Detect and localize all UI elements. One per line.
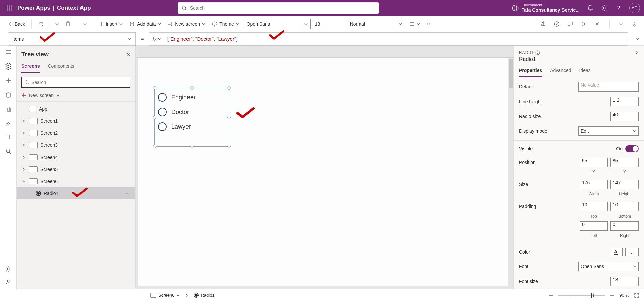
font-size-input[interactable]: 13 (312, 19, 345, 29)
radio-option[interactable]: Doctor (158, 108, 226, 116)
comments-icon[interactable] (567, 21, 573, 27)
new-screen-link[interactable]: New screen (17, 91, 135, 102)
overflow-button[interactable] (424, 20, 435, 28)
tab-advanced[interactable]: Advanced (550, 66, 571, 77)
power-automate-icon[interactable] (5, 120, 11, 126)
prop-default-input[interactable]: No value (578, 82, 639, 92)
breadcrumb-control[interactable]: Radio1 (191, 292, 217, 298)
radio-option[interactable]: Lawyer (158, 122, 226, 131)
search-icon (24, 80, 29, 85)
prop-size-width[interactable]: 176 (580, 180, 608, 189)
close-icon[interactable] (126, 52, 131, 57)
theme-button[interactable]: Theme (209, 20, 242, 28)
prop-padding-right[interactable]: 0 (610, 221, 639, 231)
palette-icon (212, 21, 217, 27)
prop-font-color[interactable] (609, 248, 623, 256)
media-pane-icon[interactable] (5, 106, 11, 112)
tab-components[interactable]: Components (48, 61, 74, 73)
font-weight-select[interactable]: Normal (347, 19, 405, 29)
waffle-icon[interactable] (4, 5, 15, 11)
formula-bar[interactable]: fx ["Engineer", "Doctor", "Lawyer"] (149, 32, 628, 46)
chevron-down-icon (119, 22, 123, 26)
property-selector[interactable]: Items (8, 32, 136, 46)
tree-search[interactable] (21, 77, 130, 88)
settings-pane-icon[interactable] (5, 266, 11, 272)
tab-properties[interactable]: Properties (519, 66, 542, 77)
tree-view-icon[interactable] (5, 63, 12, 70)
zoom-slider[interactable] (558, 295, 605, 296)
prop-display-mode-select[interactable]: Edit (578, 126, 639, 136)
prop-font-select[interactable]: Open Sans (578, 262, 639, 271)
search-input[interactable] (190, 5, 375, 11)
tab-ideas[interactable]: Ideas (579, 66, 591, 77)
prop-visible-toggle[interactable] (625, 145, 639, 152)
prop-line-height-label: Line height (519, 99, 610, 104)
prop-font-size-input[interactable]: 13 (610, 277, 639, 286)
variables-icon[interactable] (5, 134, 11, 140)
add-data-button[interactable]: Add data (127, 20, 164, 28)
settings-icon[interactable] (601, 5, 608, 11)
screen-icon (150, 293, 156, 298)
app-checker-icon[interactable] (554, 21, 560, 27)
zoom-in-icon[interactable] (610, 293, 614, 298)
insert-button[interactable]: Insert (96, 20, 125, 28)
help-icon[interactable] (615, 5, 622, 11)
prop-padding-top[interactable]: 10 (580, 202, 608, 211)
zoom-out-icon[interactable] (549, 293, 553, 298)
prop-radio-size-input[interactable]: 40 (610, 112, 639, 121)
formula-expand-button[interactable] (631, 36, 644, 42)
svg-line-32 (28, 83, 29, 84)
prop-size-height[interactable]: 147 (610, 180, 639, 189)
share-icon[interactable] (540, 21, 546, 27)
screen-icon (29, 154, 38, 160)
tree-screen-node[interactable]: Screen5 (17, 163, 135, 175)
undo-button[interactable] (35, 20, 46, 28)
prop-position-x[interactable]: 55 (580, 158, 608, 167)
prop-line-height-input[interactable]: 1.2 (610, 97, 639, 106)
hamburger-icon[interactable] (5, 49, 11, 55)
global-search[interactable] (178, 2, 379, 14)
breadcrumb-screen[interactable]: Screen6 (148, 292, 182, 298)
prop-position-y[interactable]: 85 (610, 158, 639, 167)
undo-split-button[interactable] (53, 21, 61, 27)
environment-picker[interactable]: Environment Tata Consultancy Servic... (512, 3, 580, 13)
paste-split-button[interactable] (80, 21, 89, 27)
fit-to-window-icon[interactable] (634, 293, 639, 298)
font-family-select[interactable]: Open Sans (244, 19, 311, 29)
insert-pane-icon[interactable] (5, 78, 11, 84)
design-canvas[interactable]: EngineerDoctorLawyer (138, 58, 508, 286)
canvas-scrollbar[interactable] (508, 58, 513, 289)
save-icon[interactable] (594, 21, 600, 27)
publish-icon[interactable] (630, 21, 636, 27)
tree-screen-node[interactable]: Screen4 (17, 151, 135, 163)
back-button[interactable]: Back (5, 20, 28, 28)
prop-fill-color[interactable] (625, 248, 639, 256)
tab-screens[interactable]: Screens (21, 61, 40, 73)
tree-app-node[interactable]: App (17, 103, 135, 115)
ask-virtual-agent-icon[interactable] (5, 279, 11, 285)
save-split-icon[interactable] (619, 22, 623, 26)
tree-screen-node[interactable]: Screen1 (17, 115, 135, 127)
tree-screen-node[interactable]: Screen2 (17, 127, 135, 139)
data-pane-icon[interactable] (5, 92, 11, 98)
chevron-right-icon[interactable] (634, 50, 639, 55)
tree-screen-node[interactable]: Screen3 (17, 139, 135, 151)
more-horizontal-icon[interactable]: ··· (126, 191, 130, 196)
notifications-icon[interactable] (587, 5, 594, 11)
equals-label: = (136, 36, 149, 42)
svg-point-7 (9, 9, 10, 10)
new-screen-button[interactable]: New screen (165, 20, 208, 28)
preview-icon[interactable] (581, 21, 587, 27)
paste-button[interactable] (63, 20, 73, 28)
more-format-button[interactable] (407, 20, 423, 28)
tree-screen-node[interactable]: Screen6 (17, 175, 135, 187)
user-avatar[interactable]: AG (629, 3, 640, 13)
info-icon[interactable]: ? (535, 50, 540, 55)
prop-padding-bottom[interactable]: 10 (610, 202, 639, 211)
chevron-down-icon (417, 22, 420, 26)
tree-radio-node[interactable]: Radio1··· (17, 187, 135, 199)
radio-option[interactable]: Engineer (158, 93, 226, 102)
prop-padding-left[interactable]: 0 (580, 221, 608, 231)
search-pane-icon[interactable] (5, 148, 11, 154)
radio-control-selection[interactable]: EngineerDoctorLawyer (154, 88, 229, 147)
